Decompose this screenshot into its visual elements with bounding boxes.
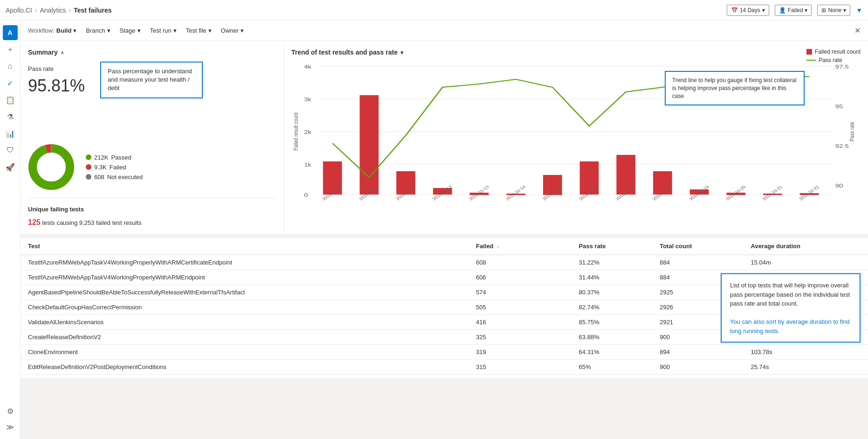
sidebar-icon-check[interactable]: ✓ — [3, 76, 18, 91]
cell-pass-rate: 80.37% — [572, 285, 653, 300]
table-annotation-sort: You can also sort by average duration to… — [730, 317, 851, 335]
trend-panel: Trend of test results and pass rate ▾ Fa… — [284, 41, 868, 234]
testfile-filter[interactable]: Test file ▾ — [186, 27, 212, 34]
sidebar-icon-add[interactable]: ＋ — [3, 42, 18, 57]
summary-header: Summary ∧ — [28, 49, 276, 56]
sidebar-icon-settings[interactable]: ⚙ — [3, 404, 18, 418]
chart-area: 4k 3k 2k 1k 0 97.5 95 92.5 90 — [291, 62, 861, 220]
svg-text:95: 95 — [835, 104, 843, 110]
sidebar-icon-report[interactable]: 📋 — [3, 92, 18, 107]
breadcrumb: Apollo.CI › Analytics › Test failures — [6, 7, 112, 14]
cell-test: EditReleaseDefinitionV2PostDeploymentCon… — [21, 360, 468, 375]
svg-text:2018-10-22: 2018-10-22 — [798, 185, 820, 201]
breadcrumb-sep2: › — [69, 7, 71, 14]
days-filter[interactable]: 📅 14 Days ▾ — [727, 5, 769, 16]
passed-label: Passed — [111, 154, 131, 161]
cell-test: ValidateAllJenkinsScenarios — [21, 315, 468, 330]
col-pass-rate[interactable]: Pass rate — [572, 238, 653, 255]
stage-filter[interactable]: Stage ▾ — [120, 27, 141, 34]
trend-title: Trend of test results and pass rate — [291, 49, 398, 56]
sort-icon-failed: ↓ — [497, 244, 499, 249]
legend-passed: 212K Passed — [86, 154, 143, 161]
testrun-filter[interactable]: Test run ▾ — [150, 27, 177, 34]
sidebar-icon-home[interactable]: ⌂ — [3, 59, 18, 74]
pass-rate-annotation-text: Pass percentage to understand and measur… — [108, 67, 195, 93]
failed-rect — [806, 49, 812, 55]
person-icon: 👤 — [779, 7, 786, 14]
cell-spacer — [543, 315, 572, 330]
cell-pass-rate: 85.75% — [572, 315, 653, 330]
top-bar: Apollo.CI › Analytics › Test failures 📅 … — [0, 0, 868, 21]
passed-dot — [86, 154, 91, 160]
workflow-filter[interactable]: Workflow: Build ▾ — [28, 27, 76, 34]
col-sort-spacer — [543, 238, 572, 255]
failed-dot — [86, 164, 91, 170]
failed-count: 9.3K — [94, 164, 107, 171]
col-avg-duration[interactable]: Average duration — [744, 238, 868, 255]
sidebar-icon-rocket[interactable]: 🚀 — [3, 160, 18, 174]
branch-chevron: ▾ — [107, 27, 110, 34]
filter-bar: Workflow: Build ▾ Branch ▾ Stage ▾ Test … — [21, 21, 868, 41]
pass-rate-line — [806, 60, 816, 61]
chevron-down-icon: ▾ — [762, 7, 765, 14]
main-content: Workflow: Build ▾ Branch ▾ Stage ▾ Test … — [21, 21, 868, 439]
summary-chevron[interactable]: ∧ — [61, 50, 64, 55]
sidebar-icon-analytics[interactable]: 📊 — [3, 126, 18, 141]
summary-title: Summary — [28, 49, 58, 56]
cell-test: TestIfAzureRMWebAppTaskV4WorkingProperly… — [21, 255, 468, 270]
svg-text:92.5: 92.5 — [835, 143, 849, 149]
status-filter[interactable]: 👤 Failed ▾ — [775, 5, 812, 16]
cell-failed: 574 — [468, 285, 543, 300]
cell-test: CloneEnvironment — [21, 345, 468, 360]
table-annotation: List of top tests that will help improve… — [721, 273, 861, 343]
bar-oct10 — [360, 95, 379, 195]
unique-failing-title: Unique failing tests — [28, 206, 276, 213]
sidebar-icon-expand[interactable]: ≫ — [3, 419, 18, 434]
cell-total: 900 — [652, 360, 743, 375]
status-label: Failed — [788, 7, 803, 14]
not-executed-label: Not executed — [107, 174, 143, 181]
sidebar-icon-apollo[interactable]: A — [3, 25, 18, 40]
cell-failed: 416 — [468, 315, 543, 330]
sidebar-icon-shield[interactable]: 🛡 — [3, 143, 18, 158]
cell-avg-duration: 25.74s — [744, 360, 868, 375]
col-total-count[interactable]: Total count — [652, 238, 743, 255]
col-test[interactable]: Test — [21, 238, 468, 255]
cell-pass-rate: 64.31% — [572, 345, 653, 360]
cell-pass-rate: 63.88% — [572, 330, 653, 345]
donut-passed — [33, 148, 70, 186]
divider — [28, 198, 276, 198]
filter-funnel-icon[interactable]: ▼ — [856, 7, 862, 14]
col-failed[interactable]: Failed ↓ — [468, 238, 543, 255]
table-section: Test Failed ↓ Pass rate Total count Aver… — [21, 238, 868, 378]
breadcrumb-apollo[interactable]: Apollo.CI — [6, 7, 32, 14]
close-icon[interactable]: ✕ — [854, 26, 861, 35]
table-row: CloneEnvironment 319 64.31% 894 103.78s — [21, 345, 868, 360]
legend-failed: 9.3K Failed — [86, 164, 143, 171]
none-label: None — [828, 7, 841, 14]
pass-rate-section: Pass rate 95.81% Pass percentage to unde… — [28, 62, 276, 136]
cell-failed: 505 — [468, 300, 543, 315]
sidebar-icon-flask[interactable]: ⚗ — [3, 109, 18, 124]
summary-panel: Summary ∧ Pass rate 95.81% Pass percenta… — [21, 41, 284, 234]
cell-avg-duration: 15.04m — [744, 255, 868, 270]
none-filter[interactable]: ⊞ None ▾ — [817, 5, 850, 16]
cell-pass-rate: 31.22% — [572, 255, 653, 270]
breadcrumb-sep1: › — [35, 7, 37, 14]
trend-chevron[interactable]: ▾ — [400, 49, 404, 56]
unique-desc: tests causing 9,253 failed test results — [42, 219, 141, 226]
cell-pass-rate: 31.44% — [572, 270, 653, 285]
legend-failed-count: Failed result count — [806, 49, 861, 55]
svg-text:2018-10-21: 2018-10-21 — [761, 185, 784, 201]
donut-legend-row: 212K Passed 9.3K Failed 608 — [28, 144, 276, 190]
table-row: TestIfAzureRMWebAppTaskV4WorkingProperly… — [21, 255, 868, 270]
cell-failed: 315 — [468, 360, 543, 375]
breadcrumb-analytics[interactable]: Analytics — [40, 7, 66, 14]
testrun-chevron: ▾ — [173, 27, 177, 34]
branch-filter[interactable]: Branch ▾ — [86, 27, 110, 34]
cell-spacer — [543, 270, 572, 285]
workflow-value: Build — [56, 27, 72, 34]
cell-test: AgentBasedPipelineShouldBeAbleToSuccessf… — [21, 285, 468, 300]
content-area: Summary ∧ Pass rate 95.81% Pass percenta… — [21, 41, 868, 439]
owner-filter[interactable]: Owner ▾ — [221, 27, 244, 34]
